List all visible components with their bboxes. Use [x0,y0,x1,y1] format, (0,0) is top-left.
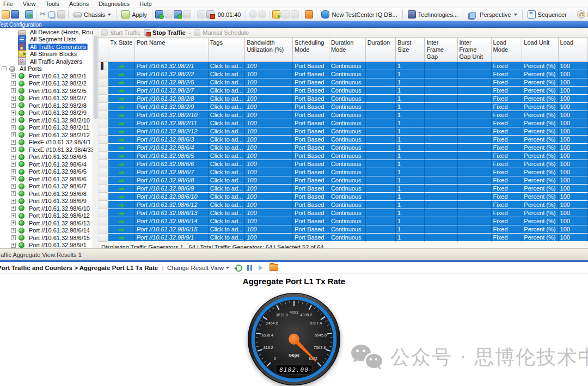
inter-frame-gap-cell[interactable] [425,152,457,160]
inter-frame-gap-unit-cell[interactable] [457,225,491,234]
load-unit-cell[interactable]: Percent (%) [522,127,558,136]
plus-expander-icon[interactable]: + [11,96,16,101]
inter-frame-gap-cell[interactable] [425,234,457,242]
inter-frame-gap-unit-cell[interactable] [457,78,491,87]
plus-expander-icon[interactable]: + [11,118,16,122]
table-row[interactable]: Port //10.61.32.98/2/10Click to ad...100… [99,111,588,119]
column-header[interactable]: Tx State [108,38,134,62]
tree-item[interactable]: +Port //10.61.32.98/2/10 [0,117,93,124]
tags-cell[interactable]: Click to ad... [208,160,245,168]
open-folder-icon[interactable] [2,10,10,19]
inter-frame-gap-cell[interactable] [425,201,457,209]
tags-cell[interactable]: Click to ad... [208,176,245,185]
bandwidth-utilization-cell[interactable]: 100 [245,95,293,103]
load-mode-cell[interactable]: Fixed [491,176,522,185]
burst-size-cell[interactable]: 1 [395,217,424,225]
port-name-cell[interactable]: Port //10.61.32.98/9/1 [134,234,208,242]
burst-size-cell[interactable]: 1 [395,168,424,176]
tree-item[interactable]: +Port //10.61.32.98/6/10 [0,205,93,212]
tags-cell[interactable]: Click to ad... [208,87,245,95]
load-cell[interactable]: 100 [558,193,587,201]
duration-cell[interactable] [365,217,395,225]
menu-diagnostics[interactable]: Diagnostics [94,1,134,7]
burst-size-cell[interactable]: 1 [395,103,424,111]
burst-size-cell[interactable]: 1 [395,152,424,160]
row-header-cell[interactable] [99,201,108,209]
scheduling-mode-cell[interactable]: Port Based [292,193,329,201]
port-name-cell[interactable]: Port //10.61.32.98/2/9 [134,103,208,111]
load-mode-cell[interactable]: Fixed [491,62,522,70]
scheduling-mode-cell[interactable]: Port Based [292,111,329,119]
tree-item[interactable]: +Port //10.61.32.98/2/7 [0,95,93,102]
inter-frame-gap-unit-cell[interactable] [457,127,491,136]
load-mode-cell[interactable]: Fixed [491,152,522,160]
scheduling-mode-cell[interactable]: Port Based [292,78,329,87]
inter-frame-gap-cell[interactable] [425,144,457,152]
load-cell[interactable]: 100 [558,185,587,193]
plus-expander-icon[interactable]: + [11,191,16,196]
plus-expander-icon[interactable]: + [11,184,16,189]
sidebar-scrollbar[interactable] [93,28,98,248]
tree-item[interactable]: All Segment Lists [0,36,93,44]
scheduling-mode-cell[interactable]: Port Based [292,127,329,136]
tree-item[interactable]: +Port //10.61.32.98/6/14 [0,227,93,235]
load-unit-cell[interactable]: Percent (%) [522,201,558,209]
inter-frame-gap-unit-cell[interactable] [457,201,491,209]
inter-frame-gap-unit-cell[interactable] [457,119,491,127]
table-row[interactable]: Port //10.61.32.98/6/6Click to ad...100P… [99,160,588,168]
inter-frame-gap-cell[interactable] [425,193,457,201]
tree-item[interactable]: +Port //10.61.32.98/6/3 [0,154,93,161]
burst-size-cell[interactable]: 1 [395,209,424,217]
inter-frame-gap-cell[interactable] [425,62,457,70]
inter-frame-gap-cell[interactable] [425,185,457,193]
scheduling-mode-cell[interactable]: Port Based [292,136,329,144]
load-unit-cell[interactable]: Percent (%) [522,119,558,127]
menu-actions[interactable]: Actions [64,1,94,7]
row-header-cell[interactable] [99,234,108,242]
duration-mode-cell[interactable]: Continuous [329,152,365,160]
bandwidth-utilization-cell[interactable]: 100 [245,62,293,70]
scheduling-mode-cell[interactable]: Port Based [292,95,329,103]
row-header-cell[interactable] [99,209,108,217]
duration-cell[interactable] [365,144,395,152]
inter-frame-gap-unit-cell[interactable] [457,152,491,160]
burst-size-cell[interactable]: 1 [395,87,424,95]
tree-item[interactable]: +Port //10.61.32.98/2/9 [0,109,93,117]
load-unit-cell[interactable]: Percent (%) [522,234,558,242]
tree-item[interactable]: +Port //10.61.32.98/2/1 [0,72,93,80]
load-mode-cell[interactable]: Fixed [491,78,522,87]
tags-cell[interactable]: Click to ad... [208,70,245,78]
tree-item[interactable]: +Port //10.61.32.98/6/12 [0,212,93,220]
tags-cell[interactable]: Click to ad... [208,168,245,176]
scheduling-mode-cell[interactable]: Port Based [292,152,329,160]
port-name-cell[interactable]: Port //10.61.32.98/6/10 [134,193,208,201]
load-unit-cell[interactable]: Percent (%) [522,111,558,119]
table-row[interactable]: Port //10.61.32.98/2/7Click to ad...100P… [99,87,588,95]
tags-cell[interactable]: Click to ad... [208,111,245,119]
plus-expander-icon[interactable]: + [11,220,16,225]
burst-size-cell[interactable]: 1 [395,62,424,70]
duration-cell[interactable] [365,185,395,193]
burst-size-cell[interactable]: 1 [395,201,424,209]
plus-expander-icon[interactable]: + [11,73,16,78]
column-header[interactable]: Inter Frame Gap [425,38,457,62]
scheduling-mode-cell[interactable]: Port Based [292,168,329,176]
column-header[interactable]: Bandwidth Utilization (%) [245,38,293,62]
bandwidth-utilization-cell[interactable]: 100 [245,87,293,95]
port-name-cell[interactable]: Port //10.61.32.98/2/2 [134,70,208,78]
row-header-cell[interactable] [99,168,108,176]
bandwidth-utilization-cell[interactable]: 100 [245,127,293,136]
tree-item[interactable]: +Port //10.61.32.98/9/1 [0,242,93,249]
tags-cell[interactable]: Click to ad... [208,103,245,111]
duration-mode-cell[interactable]: Continuous [329,168,365,176]
tags-cell[interactable]: Click to ad... [208,78,245,87]
tags-cell[interactable]: Click to ad... [208,62,245,70]
load-cell[interactable]: 100 [558,168,587,176]
row-header-cell[interactable] [99,136,108,144]
inter-frame-gap-unit-cell[interactable] [457,234,491,242]
tree-item[interactable]: +Port //10.61.32.98/2/12 [0,131,93,139]
port-name-cell[interactable]: Port //10.61.32.98/2/8 [134,95,208,103]
inter-frame-gap-unit-cell[interactable] [457,136,491,144]
results-tab[interactable]: Traffic Aggregate View:Results 1 [0,252,82,258]
sequencer-button[interactable]: Sequencer [525,10,569,19]
